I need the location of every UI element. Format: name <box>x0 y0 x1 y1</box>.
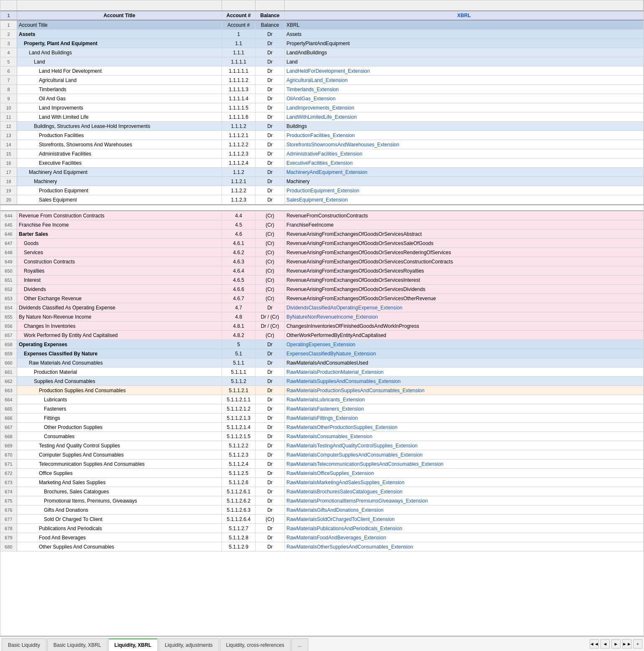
row-number: 16 <box>0 158 17 167</box>
account-title-cell[interactable]: Other Production Supplies <box>17 423 222 431</box>
account-title-cell[interactable]: Property, Plant And Equipment <box>17 39 222 48</box>
spreadsheet-tab-0[interactable]: Basic Liquidity <box>2 638 46 651</box>
account-number-cell: 1.1.1.1 <box>222 57 256 66</box>
tab-nav-first[interactable]: ◄◄ <box>590 639 599 648</box>
table-row: 657Work Performed By Entity And Capitali… <box>0 331 644 340</box>
account-title-cell[interactable]: Computer Supplies And Consumables <box>17 450 222 459</box>
account-title-cell[interactable]: Oil And Gas <box>17 94 222 103</box>
account-title-cell[interactable]: Other Supplies And Consumables <box>17 542 222 551</box>
account-title-cell[interactable]: Production Facilities <box>17 131 222 140</box>
row-number: 19 <box>0 186 17 195</box>
account-title-cell[interactable]: Goods <box>17 239 222 248</box>
account-title-cell[interactable]: Land <box>17 57 222 66</box>
account-title-cell[interactable]: Land And Buildings <box>17 48 222 57</box>
col-b-header <box>222 0 256 10</box>
account-title-cell[interactable]: Production Material <box>17 368 222 376</box>
balance-cell: Dr <box>256 140 285 149</box>
account-title-cell[interactable]: Fittings <box>17 414 222 422</box>
tab-nav-next[interactable]: ► <box>611 639 621 648</box>
account-title-cell[interactable]: Executive Facilities <box>17 158 222 167</box>
account-title-cell[interactable]: Dividends <box>17 285 222 294</box>
account-title-cell[interactable]: Fasteners <box>17 404 222 413</box>
account-title-cell[interactable]: Other Exchange Revenue <box>17 294 222 303</box>
account-title-cell[interactable]: Agricultural Land <box>17 76 222 84</box>
account-title-cell[interactable]: Lubricants <box>17 395 222 404</box>
account-title-cell[interactable]: Production Supplies And Consumables <box>17 386 222 395</box>
account-title-cell[interactable]: Account Title <box>17 20 222 29</box>
xbrl-cell: StorefrontsShowroomsAndWarehouses_Extens… <box>285 140 644 149</box>
row-number: 672 <box>0 469 17 477</box>
account-title-cell[interactable]: Testing And Quality Control Supplies <box>17 441 222 450</box>
account-title-cell[interactable]: Administrative Facilities <box>17 149 222 158</box>
account-title-cell[interactable]: Production Equipment <box>17 186 222 195</box>
account-title-cell[interactable]: Timberlands <box>17 85 222 94</box>
spreadsheet-tab-2[interactable]: Liquidity, XBRL <box>108 638 158 651</box>
account-title-cell[interactable]: Machinery <box>17 177 222 186</box>
tab-nav-prev[interactable]: ◄ <box>601 639 610 648</box>
account-title-cell[interactable]: Publications And Periodicals <box>17 524 222 533</box>
account-number-cell: 5.1.1.1 <box>222 368 256 376</box>
spreadsheet-tab-4[interactable]: Liquidity, cross-references <box>220 638 291 651</box>
balance-cell: (Cr) <box>256 211 285 220</box>
account-title-cell[interactable]: Brochures, Sales Catalogues <box>17 487 222 496</box>
account-number-cell: 4.7 <box>222 303 256 312</box>
account-title-cell[interactable]: Changes In Inventories <box>17 322 222 330</box>
account-title-cell[interactable]: Operating Expenses <box>17 340 222 349</box>
account-title-cell[interactable]: Machinery And Equipment <box>17 168 222 176</box>
account-title-cell[interactable]: Food And Beverages <box>17 533 222 542</box>
balance-cell: Dr <box>256 542 285 551</box>
account-number-cell: 4.8.2 <box>222 331 256 340</box>
account-title-cell[interactable]: Expenses Classified By Nature <box>17 349 222 358</box>
spreadsheet-tab-5[interactable]: ... <box>291 638 308 651</box>
xbrl-cell: LandHeldForDevelopment_Extension <box>285 66 644 75</box>
account-title-cell[interactable]: Royalties <box>17 266 222 275</box>
table-row: 661Production Material5.1.1.1DrRawMateri… <box>0 368 644 377</box>
account-title-cell[interactable]: Barter Sales <box>17 230 222 238</box>
account-title-cell[interactable]: By Nature Non-Revenue Income <box>17 312 222 321</box>
account-title-cell[interactable]: Consumables <box>17 432 222 441</box>
account-number-cell: 5.1.1.2.1.4 <box>222 423 256 431</box>
table-row: 658Operating Expenses5DrOperatingExpense… <box>0 340 644 349</box>
account-title-cell[interactable]: Interest <box>17 276 222 284</box>
account-title-cell[interactable]: Promotional Items, Premiums, Giveaways <box>17 496 222 505</box>
row-number: 670 <box>0 450 17 459</box>
account-title-cell[interactable]: Storefronts, Showrooms And Warehouses <box>17 140 222 149</box>
spreadsheet-tab-1[interactable]: Basic Liquidity, XBRL <box>47 638 107 651</box>
account-title-cell[interactable]: Assets <box>17 30 222 38</box>
account-title-cell[interactable]: Franchise Fee Income <box>17 220 222 229</box>
account-title-cell[interactable]: Land Held For Development <box>17 66 222 75</box>
table-row: 18Machinery1.1.2.1DrMachinery <box>0 177 644 186</box>
account-title-cell[interactable]: Dividends Classified As Operating Expens… <box>17 303 222 312</box>
account-title-cell[interactable]: Office Supplies <box>17 469 222 477</box>
table-row: 672Office Supplies5.1.1.2.5DrRawMaterial… <box>0 469 644 478</box>
account-title-cell[interactable]: Sold Or Charged To Client <box>17 515 222 523</box>
tab-nav-last[interactable]: ►► <box>622 639 631 648</box>
account-title-cell[interactable]: Construction Contracts <box>17 257 222 266</box>
account-title-cell[interactable]: Marketing And Sales Supplies <box>17 478 222 487</box>
account-title-cell[interactable]: Supplies And Consumables <box>17 377 222 385</box>
data-rows[interactable]: 1Account TitleAccount #BalanceXBRL1Accou… <box>0 11 644 636</box>
table-row: 10Land Improvements1.1.1.1.5DrLandImprov… <box>0 103 644 112</box>
account-title-cell[interactable]: Telecommunication Supplies And Consumabl… <box>17 460 222 468</box>
account-number-cell: 1.1.1.2.1 <box>222 131 256 140</box>
account-title-cell[interactable]: Buildings, Structures And Lease-Hold Imp… <box>17 122 222 130</box>
account-title-cell[interactable]: Land With Limited Life <box>17 112 222 121</box>
grid-area: 1Account TitleAccount #BalanceXBRL1Accou… <box>0 0 644 636</box>
row-number: 662 <box>0 377 17 385</box>
account-title-cell[interactable]: Services <box>17 248 222 257</box>
account-title-cell[interactable]: Raw Materials And Consumables <box>17 358 222 367</box>
account-title-cell[interactable]: Land Improvements <box>17 103 222 112</box>
table-row: 669Testing And Quality Control Supplies5… <box>0 441 644 450</box>
row-number: 6 <box>0 66 17 75</box>
xbrl-cell: RawMaterialsTelecommunicationSuppliesAnd… <box>285 460 644 468</box>
tab-add[interactable]: + <box>633 639 642 648</box>
row-number: 647 <box>0 239 17 248</box>
account-title-cell[interactable]: Work Performed By Entity And Capitalised <box>17 331 222 340</box>
spreadsheet-tab-3[interactable]: Liquidity, adjustments <box>158 638 219 651</box>
account-title-cell[interactable]: Sales Equipment <box>17 195 222 204</box>
account-title-cell[interactable]: Revenue From Construction Contracts <box>17 211 222 220</box>
table-row: 666Fittings5.1.1.2.1.3DrRawMaterialsFitt… <box>0 414 644 423</box>
account-title-cell[interactable]: Gifts And Donations <box>17 505 222 514</box>
xbrl-cell: RawMaterialsGiftsAndDonations_Extension <box>285 505 644 514</box>
account-number-cell: 1.1.1.1.1 <box>222 66 256 75</box>
